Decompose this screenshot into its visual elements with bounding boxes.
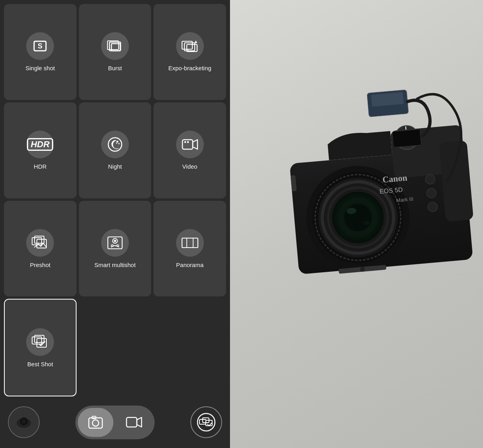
- burst-icon: [101, 32, 129, 60]
- svg-point-11: [117, 141, 118, 142]
- mode-label-best-shot: Best Shot: [27, 361, 53, 367]
- panorama-icon: [176, 229, 204, 257]
- mode-label-preshot: Preshot: [30, 261, 50, 268]
- thumbnail-image: [9, 407, 39, 437]
- svg-point-23: [114, 240, 116, 242]
- hdr-text: HDR: [27, 138, 53, 151]
- preshot-icon: [26, 229, 54, 257]
- hdr-icon: HDR: [26, 131, 54, 158]
- mode-label-hdr: HDR: [34, 163, 47, 170]
- capture-toggle[interactable]: [75, 406, 155, 439]
- video-icon: [176, 131, 204, 158]
- mode-label-expo-bracketing: Expo-bracketing: [168, 65, 211, 71]
- mode-label-smart-multishot: Smart multishot: [94, 261, 136, 268]
- svg-line-66: [406, 127, 406, 130]
- svg-rect-26: [182, 238, 198, 248]
- svg-rect-14: [182, 140, 193, 149]
- svg-point-12: [119, 143, 119, 144]
- mode-label-single-shot: Single shot: [25, 65, 55, 71]
- mode-cell-preshot[interactable]: Preshot: [4, 201, 77, 297]
- svg-text:−: −: [187, 47, 189, 52]
- svg-point-25: [117, 244, 119, 246]
- mode-cell-video[interactable]: Video: [153, 102, 226, 198]
- left-panel: S Single shot Burst: [0, 0, 230, 448]
- expo-bracketing-icon: + −: [176, 32, 204, 60]
- thumbnail-preview[interactable]: [8, 406, 40, 438]
- gallery-button[interactable]: [190, 406, 222, 438]
- smart-multishot-icon: [101, 229, 129, 257]
- mode-cell-empty2: [153, 299, 226, 396]
- svg-marker-15: [193, 140, 197, 149]
- mode-label-video: Video: [182, 163, 197, 170]
- svg-point-16: [184, 141, 186, 143]
- mode-cell-smart-multishot[interactable]: Smart multishot: [79, 201, 151, 297]
- right-panel: Canon EOS 5D Mark III: [230, 0, 483, 448]
- svg-marker-40: [137, 417, 142, 427]
- capture-video-button[interactable]: [117, 408, 152, 437]
- svg-rect-39: [126, 417, 137, 427]
- svg-point-35: [21, 419, 26, 424]
- night-icon: [101, 131, 129, 158]
- svg-point-10: [108, 138, 122, 151]
- mode-cell-empty1: [79, 299, 151, 396]
- mode-label-panorama: Panorama: [176, 261, 203, 268]
- svg-point-24: [111, 244, 113, 246]
- single-shot-icon: S: [26, 32, 54, 60]
- svg-point-37: [92, 420, 99, 426]
- camera-photo: Canon EOS 5D Mark III: [230, 0, 483, 448]
- svg-text:S: S: [38, 42, 42, 50]
- bottom-bar: [0, 396, 230, 448]
- mode-cell-panorama[interactable]: Panorama: [153, 201, 226, 297]
- svg-point-13: [116, 143, 117, 144]
- mode-label-night: Night: [108, 163, 122, 170]
- capture-photo-button[interactable]: [78, 408, 113, 437]
- mode-cell-best-shot[interactable]: Best Shot: [4, 299, 77, 396]
- svg-rect-72: [392, 129, 421, 148]
- mode-cell-single-shot[interactable]: S Single shot: [4, 4, 77, 100]
- mode-grid: S Single shot Burst: [0, 0, 230, 396]
- best-shot-icon: [26, 328, 54, 356]
- svg-point-17: [187, 141, 189, 143]
- mode-cell-burst[interactable]: Burst: [79, 4, 151, 100]
- mode-cell-expo-bracketing[interactable]: + − Expo-bracketing: [153, 4, 226, 100]
- mode-cell-hdr[interactable]: HDR HDR: [4, 102, 77, 198]
- mode-cell-night[interactable]: Night: [79, 102, 151, 198]
- svg-text:+: +: [195, 40, 197, 44]
- mode-label-burst: Burst: [108, 65, 122, 71]
